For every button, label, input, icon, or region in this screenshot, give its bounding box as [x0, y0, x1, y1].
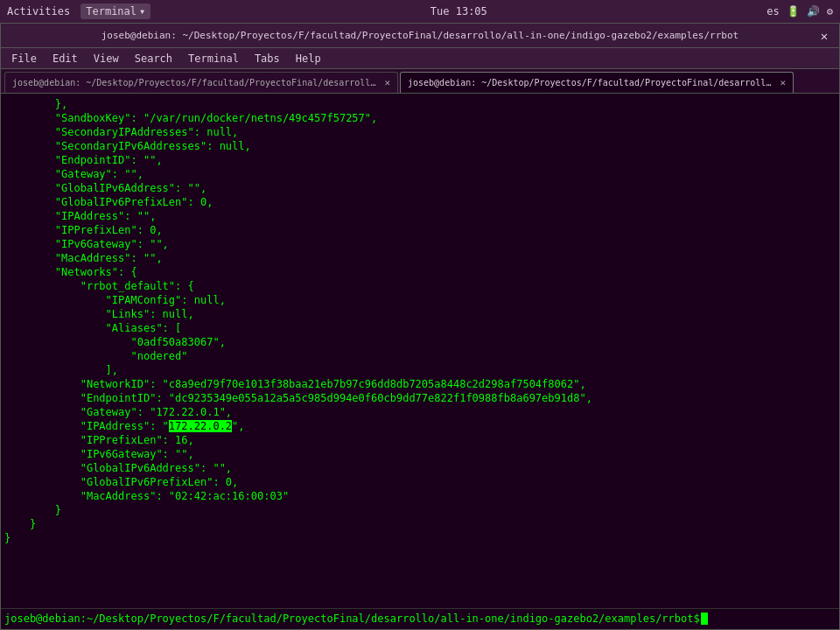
highlighted-ip: 172.22.0.2	[169, 420, 232, 432]
tabs-bar: joseb@debian: ~/Desktop/Proyectos/F/facu…	[1, 69, 839, 94]
term-line-32: }	[4, 531, 836, 545]
term-line-21: "NetworkID": "c8a9ed79f70e1013f38baa21eb…	[4, 377, 836, 391]
tab-1-label: joseb@debian: ~/Desktop/Proyectos/F/facu…	[12, 78, 379, 88]
settings-icon: ⚙	[827, 5, 833, 18]
term-line-26: "IPv6Gateway": "",	[4, 447, 836, 461]
menu-bar: File Edit View Search Terminal Tabs Help	[1, 48, 839, 69]
term-line-8: "GlobalIPv6PrefixLen": 0,	[4, 195, 836, 209]
prompt-text: joseb@debian:~/Desktop/Proyectos/F/facul…	[4, 612, 700, 625]
term-line-14: "rrbot_default": {	[4, 279, 836, 293]
close-button[interactable]: ✕	[816, 28, 832, 44]
tab-2[interactable]: joseb@debian: ~/Desktop/Proyectos/F/facu…	[400, 72, 794, 93]
tab-1[interactable]: joseb@debian: ~/Desktop/Proyectos/F/facu…	[4, 72, 398, 93]
window-title: joseb@debian: ~/Desktop/Proyectos/F/facu…	[24, 30, 816, 41]
term-line-12: "MacAddress": "",	[4, 251, 836, 265]
term-line-16: "Links": null,	[4, 307, 836, 321]
term-line-11: "IPv6Gateway": "",	[4, 237, 836, 251]
system-clock: Tue 13:05	[430, 5, 487, 18]
term-line-2: "SandboxKey": "/var/run/docker/netns/49c…	[4, 111, 836, 125]
terminal-menu-chevron: ▾	[139, 5, 145, 18]
term-line-29: "MacAddress": "02:42:ac:16:00:03"	[4, 489, 836, 503]
window-titlebar: joseb@debian: ~/Desktop/Proyectos/F/facu…	[1, 24, 839, 48]
term-line-13: "Networks": {	[4, 265, 836, 279]
terminal-menu-label: Terminal	[86, 5, 136, 18]
system-tray: es 🔋 🔊 ⚙	[766, 5, 833, 18]
system-bar: Activities Terminal ▾ Tue 13:05 es 🔋 🔊 ⚙	[0, 0, 840, 23]
menu-help[interactable]: Help	[289, 51, 328, 66]
menu-search[interactable]: Search	[128, 51, 179, 66]
term-line-31: }	[4, 517, 836, 531]
menu-view[interactable]: View	[87, 51, 126, 66]
term-line-27: "GlobalIPv6Address": "",	[4, 461, 836, 475]
term-line-24: "IPAddress": "172.22.0.2",	[4, 419, 836, 433]
term-line-25: "IPPrefixLen": 16,	[4, 433, 836, 447]
menu-terminal[interactable]: Terminal	[181, 51, 246, 66]
term-line-15: "IPAMConfig": null,	[4, 293, 836, 307]
term-line-20: ],	[4, 363, 836, 377]
tab-2-label: joseb@debian: ~/Desktop/Proyectos/F/facu…	[408, 78, 774, 88]
term-line-23: "Gateway": "172.22.0.1",	[4, 405, 836, 419]
tab-1-close[interactable]: ✕	[384, 77, 390, 88]
prompt-bar[interactable]: joseb@debian:~/Desktop/Proyectos/F/facul…	[1, 608, 839, 627]
activities-button[interactable]: Activities	[7, 5, 70, 18]
cursor	[701, 612, 708, 625]
menu-edit[interactable]: Edit	[46, 51, 85, 66]
term-line-30: }	[4, 503, 836, 517]
menu-file[interactable]: File	[4, 51, 44, 66]
language-indicator: es	[766, 5, 779, 18]
term-line-1: },	[4, 97, 836, 111]
terminal-content: }, "SandboxKey": "/var/run/docker/netns/…	[1, 94, 839, 608]
battery-icon: 🔋	[787, 5, 800, 18]
term-line-17: "Aliases": [	[4, 321, 836, 335]
term-line-6: "Gateway": "",	[4, 167, 836, 181]
term-line-3: "SecondaryIPAddresses": null,	[4, 125, 836, 139]
term-line-18: "0adf50a83067",	[4, 335, 836, 349]
term-line-9: "IPAddress": "",	[4, 209, 836, 223]
term-line-22: "EndpointID": "dc9235349e055a12a5a5c985d…	[4, 391, 836, 405]
terminal-window: joseb@debian: ~/Desktop/Proyectos/F/facu…	[0, 23, 840, 630]
term-line-10: "IPPrefixLen": 0,	[4, 223, 836, 237]
term-line-4: "SecondaryIPv6Addresses": null,	[4, 139, 836, 153]
tab-2-close[interactable]: ✕	[780, 77, 786, 88]
term-line-5: "EndpointID": "",	[4, 153, 836, 167]
volume-icon: 🔊	[807, 5, 820, 18]
system-bar-left: Activities Terminal ▾	[7, 4, 150, 19]
menu-tabs[interactable]: Tabs	[248, 51, 287, 66]
term-line-7: "GlobalIPv6Address": "",	[4, 181, 836, 195]
terminal-menu-button[interactable]: Terminal ▾	[80, 4, 150, 19]
term-line-19: "nodered"	[4, 349, 836, 363]
term-line-28: "GlobalIPv6PrefixLen": 0,	[4, 475, 836, 489]
